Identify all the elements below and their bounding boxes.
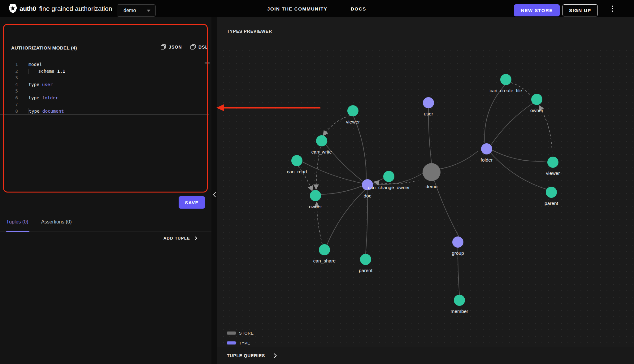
code-line-5[interactable]: 5 <box>0 88 209 95</box>
graph-edge <box>492 150 547 161</box>
copy-icon <box>161 44 166 50</box>
types-previewer-panel: TYPES PREVIEWER demouserfolderdocgroupvi… <box>217 17 634 364</box>
legend-label: TYPE <box>239 341 250 345</box>
graph-edge <box>324 115 350 135</box>
graph-node-label-folder: folder <box>481 157 493 163</box>
save-button[interactable]: SAVE <box>179 196 205 209</box>
code-text: type user <box>28 81 53 88</box>
nav-link-docs[interactable]: DOCS <box>351 0 366 17</box>
graph-node-viewer-folder[interactable] <box>547 157 558 168</box>
graph-node-demo[interactable] <box>423 163 441 181</box>
graph-node-label-parent-folder: parent <box>545 201 558 206</box>
copy-buttons: JSON DSL <box>161 44 208 50</box>
brand-product: fine grained authorization <box>39 5 112 12</box>
chevron-right-icon <box>194 236 198 240</box>
tuple-queries-label: TUPLE QUERIES <box>227 353 265 358</box>
tab-assertions[interactable]: Assertions (0) <box>41 219 72 225</box>
add-tuple-row: ADD TUPLE <box>0 236 211 247</box>
graph-legend: STORETYPERELATIONS <box>227 328 263 347</box>
graph-edge <box>440 151 478 169</box>
top-navbar: auth0 fine grained authorization demo JO… <box>0 0 634 17</box>
graph-node-can-write[interactable] <box>316 135 327 146</box>
graph-edge <box>491 103 533 145</box>
store-select-value: demo <box>124 8 136 13</box>
graph-edge <box>491 153 547 189</box>
auth0-logo-icon <box>9 4 17 13</box>
line-number: 7 <box>0 101 18 108</box>
copy-dsl-button[interactable]: DSL <box>190 44 208 50</box>
graph-node-member[interactable] <box>454 295 465 306</box>
graph-node-label-parent-doc: parent <box>359 268 372 273</box>
chevron-down-icon <box>147 10 150 12</box>
add-tuple-button[interactable]: ADD TUPLE <box>163 236 198 240</box>
graph-node-can-share[interactable] <box>319 244 330 255</box>
line-number: 6 <box>0 95 18 102</box>
nav-link-join-community[interactable]: JOIN THE COMMUNITY <box>267 0 328 17</box>
graph-node-viewer-doc[interactable] <box>347 105 358 116</box>
graph-edge <box>321 186 362 194</box>
graph-node-parent-doc[interactable] <box>360 254 371 265</box>
graph-node-label-viewer-folder: viewer <box>546 171 560 176</box>
graph-node-label-owner-folder: owner <box>530 108 543 113</box>
code-line-7[interactable]: 7 <box>0 101 209 108</box>
sign-up-button[interactable]: SIGN UP <box>562 4 598 16</box>
code-line-8[interactable]: 8type document <box>0 108 209 115</box>
graph-edge <box>327 190 365 245</box>
line-number: 2 <box>0 68 18 75</box>
kebab-menu-icon[interactable] <box>610 4 615 13</box>
code-text: type document <box>28 108 64 115</box>
collapse-panel-button[interactable] <box>211 189 217 200</box>
line-number: 5 <box>0 88 18 95</box>
graph-edge <box>373 173 423 184</box>
code-line-1[interactable]: 1model <box>0 61 209 68</box>
graph-edges <box>217 45 634 347</box>
graph-node-label-can-change-owner: can_change_owner <box>368 185 410 190</box>
legend-swatch <box>227 341 236 344</box>
graph-node-folder[interactable] <box>481 143 492 154</box>
line-number: 8 <box>0 108 18 115</box>
chevron-left-icon <box>213 192 216 197</box>
legend-item-type: TYPE <box>227 338 263 347</box>
code-line-2[interactable]: 2 schema 1.1 <box>0 68 209 75</box>
graph-node-can-read[interactable] <box>291 155 302 166</box>
graph-node-label-can-share: can_share <box>313 258 336 264</box>
new-store-button[interactable]: NEW STORE <box>514 4 560 16</box>
graph-node-can-create-file[interactable] <box>500 74 511 85</box>
graph-node-label-user: user <box>424 111 433 117</box>
chevron-right-icon[interactable] <box>273 353 277 358</box>
graph-edge <box>434 181 459 236</box>
code-line-4[interactable]: 4type user <box>0 81 209 88</box>
graph-node-label-can-write: can_write <box>311 149 332 155</box>
authorization-model-panel: AUTHORIZATION MODEL (4) JSON DSL 1model2… <box>0 17 211 364</box>
add-tuple-label: ADD TUPLE <box>163 236 190 240</box>
editor-scrollbar-thumb[interactable] <box>205 63 210 63</box>
line-number: 3 <box>0 75 18 81</box>
tuples-tabs: Tuples (0) Assertions (0) <box>0 212 211 232</box>
graph-node-group[interactable] <box>452 236 463 248</box>
graph-edge <box>366 190 367 254</box>
graph-node-owner-doc[interactable] <box>310 190 321 201</box>
legend-swatch <box>227 332 236 335</box>
graph-node-owner-folder[interactable] <box>531 94 542 105</box>
line-number: 4 <box>0 81 18 88</box>
legend-label: STORE <box>239 331 254 336</box>
model-code-editor[interactable]: 1model2 schema 1.134type user56type fold… <box>0 61 209 115</box>
graph-edge <box>302 162 362 183</box>
tab-tuples[interactable]: Tuples (0) <box>6 219 28 225</box>
graph-node-user[interactable] <box>423 97 434 108</box>
graph-node-can-change-owner[interactable] <box>383 171 394 182</box>
types-graph-canvas[interactable]: demouserfolderdocgroupviewercan_writecan… <box>217 45 634 347</box>
fga-playground-app: auth0 fine grained authorization demo JO… <box>0 0 634 364</box>
graph-node-parent-folder[interactable] <box>546 187 557 198</box>
line-number: 1 <box>0 61 18 68</box>
store-select-dropdown[interactable]: demo <box>117 4 156 17</box>
code-line-6[interactable]: 6type folder <box>0 95 209 102</box>
copy-dsl-label: DSL <box>198 45 208 50</box>
legend-item-store: STORE <box>227 328 263 338</box>
code-text: model <box>28 61 42 68</box>
graph-edge <box>484 85 505 143</box>
copy-json-button[interactable]: JSON <box>161 44 182 50</box>
brand-name: auth0 <box>20 5 36 12</box>
code-line-3[interactable]: 3 <box>0 75 209 81</box>
graph-node-label-viewer-doc: viewer <box>346 119 360 125</box>
